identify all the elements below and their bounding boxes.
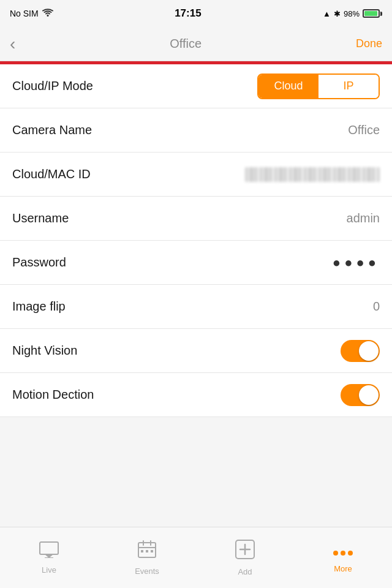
back-button[interactable]: ‹ bbox=[10, 34, 15, 54]
svg-point-14 bbox=[333, 551, 338, 556]
svg-point-0 bbox=[47, 15, 48, 17]
status-right: ▲ ✱ 98% bbox=[323, 9, 382, 18]
tab-bar: Live Events Add bbox=[0, 527, 392, 588]
wifi-icon bbox=[42, 9, 53, 19]
motion-detection-row: Motion Dection bbox=[0, 373, 392, 417]
camera-name-row: Camera Name Office bbox=[0, 108, 392, 153]
svg-point-15 bbox=[341, 551, 345, 556]
tab-events[interactable]: Events bbox=[98, 527, 196, 588]
battery-icon bbox=[363, 9, 382, 18]
tab-live[interactable]: Live bbox=[0, 527, 98, 588]
cloud-option[interactable]: Cloud bbox=[258, 75, 318, 98]
password-value: ●●●● bbox=[333, 255, 380, 271]
night-vision-row: Night Vision bbox=[0, 329, 392, 373]
svg-rect-9 bbox=[146, 550, 148, 552]
cloud-ip-mode-label: Cloud/IP Mode bbox=[12, 79, 93, 93]
image-flip-row: Image flip 0 bbox=[0, 285, 392, 329]
motion-detection-toggle-knob bbox=[359, 385, 379, 405]
tab-add[interactable]: Add bbox=[196, 527, 294, 588]
night-vision-toggle-knob bbox=[359, 341, 379, 361]
svg-rect-8 bbox=[141, 550, 143, 552]
motion-detection-toggle[interactable] bbox=[341, 384, 380, 406]
motion-detection-label: Motion Dection bbox=[12, 388, 94, 402]
night-vision-toggle[interactable] bbox=[341, 340, 380, 362]
cloud-ip-segmented-control[interactable]: Cloud IP bbox=[257, 74, 380, 99]
bluetooth-icon: ✱ bbox=[334, 9, 341, 18]
camera-name-value: Office bbox=[348, 123, 380, 137]
svg-point-16 bbox=[348, 551, 353, 556]
ip-option[interactable]: IP bbox=[318, 75, 379, 98]
settings-list: Cloud/IP Mode Cloud IP Camera Name Offic… bbox=[0, 64, 392, 417]
password-row: Password ●●●● bbox=[0, 241, 392, 285]
status-time: 17:15 bbox=[175, 7, 201, 20]
cloud-mac-id-row: Cloud/MAC ID bbox=[0, 153, 392, 197]
live-icon bbox=[39, 541, 59, 562]
tab-events-label: Events bbox=[135, 567, 159, 576]
image-flip-value: 0 bbox=[373, 300, 380, 314]
username-value: admin bbox=[347, 211, 380, 225]
nav-title: Office bbox=[170, 37, 202, 51]
cloud-mac-id-label: Cloud/MAC ID bbox=[12, 167, 91, 181]
status-bar: No SIM 17:15 ▲ ✱ 98% bbox=[0, 0, 392, 27]
password-label: Password bbox=[12, 255, 66, 270]
back-chevron-icon: ‹ bbox=[10, 34, 15, 54]
carrier-label: No SIM bbox=[10, 9, 39, 18]
tab-more[interactable]: More bbox=[294, 527, 392, 588]
cloud-ip-mode-row: Cloud/IP Mode Cloud IP bbox=[0, 64, 392, 108]
status-left: No SIM bbox=[10, 9, 53, 19]
more-icon bbox=[333, 542, 353, 561]
add-icon bbox=[235, 539, 255, 564]
camera-name-label: Camera Name bbox=[12, 123, 92, 137]
cloud-mac-id-value bbox=[245, 167, 380, 182]
username-row: Username admin bbox=[0, 197, 392, 241]
svg-rect-1 bbox=[40, 542, 58, 554]
tab-more-label: More bbox=[334, 564, 352, 573]
done-button[interactable]: Done bbox=[356, 37, 382, 50]
svg-rect-10 bbox=[151, 550, 153, 552]
night-vision-label: Night Vision bbox=[12, 344, 77, 358]
image-flip-label: Image flip bbox=[12, 300, 66, 314]
events-icon bbox=[137, 540, 157, 564]
location-icon: ▲ bbox=[323, 9, 331, 18]
tab-add-label: Add bbox=[238, 567, 252, 576]
nav-bar: ‹ Office Done bbox=[0, 27, 392, 61]
tab-live-label: Live bbox=[42, 565, 56, 575]
battery-percentage: 98% bbox=[344, 9, 360, 18]
username-label: Username bbox=[12, 211, 69, 225]
